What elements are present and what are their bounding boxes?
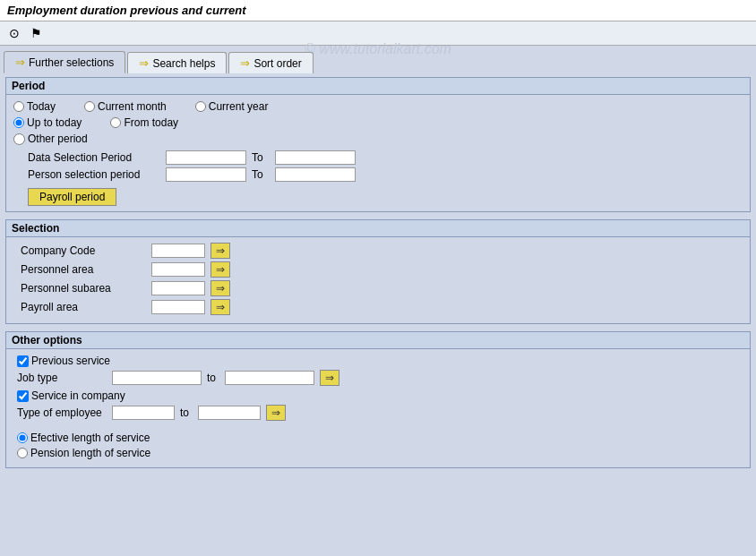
radio-other-period-input[interactable] (13, 133, 25, 145)
tab-search-arrow: ⇒ (139, 56, 149, 70)
radio-from-today: From today (110, 116, 178, 129)
data-selection-to: To (252, 151, 270, 164)
page-title: Employment duration previous and current (7, 4, 246, 17)
radio-up-to-today-input[interactable] (13, 117, 24, 128)
job-type-label: Job type (17, 372, 107, 384)
personnel-area-arrow-btn[interactable]: ⇒ (210, 261, 230, 278)
previous-service-row: Previous service (13, 355, 743, 367)
type-of-employee-row: Type of employee to ⇒ (13, 405, 743, 421)
tabs-bar: ⇒ Further selections ⇒ Search helps ⇒ So… (0, 46, 756, 73)
flag-icon[interactable]: ⚑ (27, 24, 45, 42)
radio-today: Today (13, 100, 56, 113)
radio-up-to-today: Up to today (13, 116, 82, 129)
pension-length-row: Pension length of service (13, 447, 743, 459)
tab-sort-order[interactable]: ⇒ Sort order (228, 52, 313, 73)
pension-length-label: Pension length of service (30, 447, 150, 459)
data-selection-label: Data Selection Period (28, 151, 160, 164)
payroll-period-button[interactable]: Payroll period (28, 188, 116, 206)
job-type-arrow-btn[interactable]: ⇒ (320, 370, 339, 386)
previous-service-checkbox[interactable] (17, 355, 29, 367)
radio-from-today-label: From today (124, 116, 178, 129)
tab-sort-arrow: ⇒ (240, 56, 250, 70)
person-selection-label: Person selection period (28, 168, 160, 181)
radio-up-to-today-label: Up to today (27, 116, 82, 129)
period-row-1: Today Current month Current year (13, 100, 743, 113)
radio-current-month-input[interactable] (84, 101, 95, 112)
radio-current-month-label: Current month (98, 100, 167, 113)
effective-length-row: Efective length of service (13, 432, 743, 444)
job-type-input[interactable] (112, 371, 202, 385)
clock-icon[interactable]: ⊙ (5, 24, 23, 42)
tab-search-label: Search helps (152, 57, 215, 70)
personnel-subarea-input[interactable] (151, 281, 205, 295)
toolbar: ⊙ ⚑ (0, 21, 756, 46)
personnel-area-label: Personnel area (21, 263, 146, 276)
tab-further-label: Further selections (29, 56, 114, 69)
title-bar: Employment duration previous and current (0, 0, 756, 21)
tab-search-helps[interactable]: ⇒ Search helps (127, 52, 227, 73)
period-section-title: Period (6, 78, 750, 95)
radio-from-today-input[interactable] (110, 117, 121, 128)
person-selection-to: To (252, 168, 270, 181)
radio-current-year-label: Current year (209, 100, 269, 113)
tab-further-selections[interactable]: ⇒ Further selections (4, 51, 125, 73)
type-of-employee-to: to (180, 406, 193, 419)
job-type-row: Job type to ⇒ (13, 370, 743, 386)
other-options-body: Previous service Job type to ⇒ Service i… (6, 349, 750, 467)
selection-section: Selection Company Code ⇒ Personnel area … (5, 219, 751, 324)
period-section: Period Today Current month Current year (5, 77, 751, 212)
previous-service-label: Previous service (31, 355, 110, 367)
data-selection-to-input[interactable] (275, 150, 356, 165)
type-of-employee-to-input[interactable] (198, 406, 261, 420)
type-of-employee-arrow-btn[interactable]: ⇒ (266, 405, 286, 421)
job-type-to: to (207, 372, 219, 384)
person-selection-input[interactable] (166, 167, 246, 182)
company-code-row: Company Code ⇒ (13, 243, 743, 259)
selection-section-title: Selection (6, 220, 750, 237)
person-selection-row: Person selection period To (13, 167, 743, 182)
type-of-employee-label: Type of employee (17, 406, 107, 419)
main-content: Period Today Current month Current year (0, 73, 756, 479)
personnel-area-row: Personnel area ⇒ (13, 261, 743, 278)
company-code-input[interactable] (151, 244, 205, 258)
radio-today-input[interactable] (13, 101, 24, 112)
data-selection-row: Data Selection Period To (13, 150, 743, 165)
payroll-area-row: Payroll area ⇒ (13, 299, 743, 315)
payroll-area-input[interactable] (151, 300, 205, 314)
service-in-company-checkbox[interactable] (17, 390, 29, 402)
payroll-area-arrow-btn[interactable]: ⇒ (210, 299, 230, 315)
other-options-title: Other options (6, 332, 750, 349)
radio-other-period-label: Other period (28, 133, 88, 145)
radio-current-month: Current month (84, 100, 167, 113)
service-in-company-label: Service in company (31, 389, 125, 402)
personnel-subarea-row: Personnel subarea ⇒ (13, 280, 743, 296)
radio-current-year-input[interactable] (195, 101, 206, 112)
company-code-label: Company Code (21, 244, 146, 257)
personnel-subarea-label: Personnel subarea (21, 282, 146, 295)
tab-further-arrow: ⇒ (15, 56, 25, 69)
job-type-to-input[interactable] (225, 371, 314, 385)
tab-sort-label: Sort order (253, 57, 301, 70)
period-row-2: Up to today From today (13, 116, 743, 129)
personnel-subarea-arrow-btn[interactable]: ⇒ (210, 280, 230, 296)
effective-length-radio[interactable] (17, 432, 28, 443)
radio-other-period: Other period (13, 133, 743, 145)
effective-length-label: Efective length of service (30, 432, 150, 444)
radio-current-year: Current year (195, 100, 269, 113)
company-code-arrow-btn[interactable]: ⇒ (210, 243, 230, 259)
radio-today-label: Today (27, 100, 56, 113)
other-options-section: Other options Previous service Job type … (5, 331, 751, 468)
service-in-company-row: Service in company (13, 389, 743, 402)
type-of-employee-input[interactable] (112, 406, 175, 420)
person-selection-to-input[interactable] (275, 167, 356, 182)
period-section-body: Today Current month Current year Up to t… (6, 95, 750, 211)
data-selection-input[interactable] (166, 150, 246, 165)
payroll-area-label: Payroll area (21, 301, 146, 313)
pension-length-radio[interactable] (17, 448, 28, 458)
selection-section-body: Company Code ⇒ Personnel area ⇒ Personne… (6, 237, 750, 323)
personnel-area-input[interactable] (151, 262, 205, 277)
